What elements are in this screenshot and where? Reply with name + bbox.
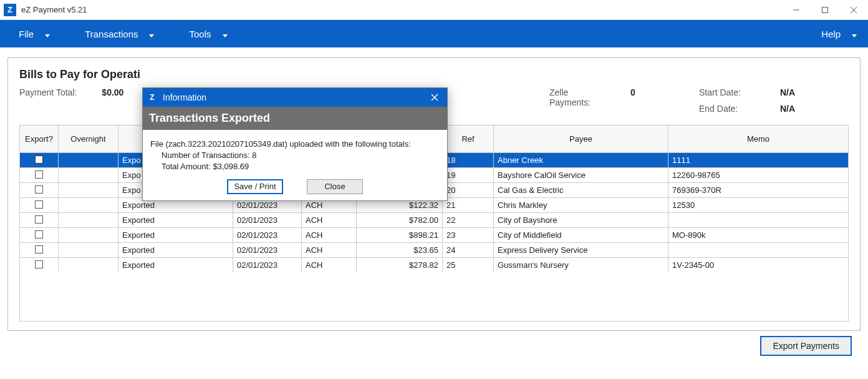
dialog-header: Transactions Exported [143,107,447,130]
status-cell[interactable]: Exported [118,228,233,243]
svg-marker-4 [45,34,50,37]
ref-cell[interactable]: 24 [443,243,494,258]
payee-cell[interactable]: Cal Gas & Electric [494,183,668,198]
dialog-title-text: Information [163,92,206,102]
ref-cell[interactable]: 21 [443,198,494,213]
col-ref[interactable]: Ref [443,126,494,153]
svg-marker-6 [223,34,228,37]
date-cell[interactable]: 02/01/2023 [233,243,302,258]
checkbox-icon[interactable] [35,185,43,194]
table-row[interactable]: Exported02/01/2023ACH$278.8225Gussman's … [20,258,849,273]
memo-cell[interactable]: 12260-98765 [668,168,849,183]
dialog-close-button[interactable] [422,88,447,107]
close-button[interactable] [839,0,868,20]
amount-cell[interactable]: $782.00 [357,213,443,228]
menu-tools[interactable]: Tools [170,20,243,47]
date-cell[interactable]: 02/01/2023 [233,228,302,243]
export-checkbox-cell[interactable] [20,168,59,183]
payee-cell[interactable]: City of Middlefield [494,228,668,243]
payee-cell[interactable]: City of Bayshore [494,213,668,228]
memo-cell[interactable] [668,243,849,258]
export-checkbox-cell[interactable] [20,258,59,273]
table-row[interactable]: Exported02/01/2023ACH$782.0022City of Ba… [20,213,849,228]
menu-transactions[interactable]: Transactions [66,20,170,47]
menu-file[interactable]: File [0,20,66,47]
export-payments-button[interactable]: Export Payments [760,336,852,356]
ref-cell[interactable]: 23 [443,228,494,243]
method-cell[interactable]: ACH [302,258,357,273]
method-cell[interactable]: ACH [302,228,357,243]
dialog-body: File (zach.3223.20210207105349.dat) uplo… [143,130,447,178]
memo-cell[interactable]: 769369-370R [668,183,849,198]
date-cell[interactable]: 02/01/2023 [233,258,302,273]
chevron-down-icon [223,29,228,39]
start-date-value: N/A [780,87,817,97]
close-dialog-button[interactable]: Close [307,179,363,194]
amount-cell[interactable]: $278.82 [357,258,443,273]
overnight-cell[interactable] [59,228,118,243]
menu-help-label: Help [821,29,841,39]
minimize-button[interactable] [782,0,811,20]
app-icon: Z [147,92,158,103]
zelle-value: 0 [630,87,668,107]
date-cell[interactable]: 02/01/2023 [233,213,302,228]
overnight-cell[interactable] [59,243,118,258]
col-overnight[interactable]: Overnight [59,126,118,153]
overnight-cell[interactable] [59,153,118,168]
checkbox-icon[interactable] [35,215,43,224]
ref-cell[interactable]: 20 [443,183,494,198]
save-print-button[interactable]: Save / Print [227,179,283,194]
checkbox-icon[interactable] [35,200,43,209]
method-cell[interactable]: ACH [302,213,357,228]
overnight-cell[interactable] [59,168,118,183]
memo-cell[interactable]: 1111 [668,153,849,168]
checkbox-icon[interactable] [35,170,43,179]
payee-cell[interactable]: Gussman's Nursery [494,258,668,273]
checkbox-icon[interactable] [35,260,43,268]
memo-cell[interactable] [668,213,849,228]
overnight-cell[interactable] [59,198,118,213]
export-checkbox-cell[interactable] [20,228,59,243]
amount-cell[interactable]: $898.21 [357,228,443,243]
export-checkbox-cell[interactable] [20,213,59,228]
export-checkbox-cell[interactable] [20,198,59,213]
ref-cell[interactable]: 22 [443,213,494,228]
export-checkbox-cell[interactable] [20,243,59,258]
app-icon: Z [4,4,16,16]
ref-cell[interactable]: 19 [443,168,494,183]
amount-cell[interactable]: $23.65 [357,243,443,258]
memo-cell[interactable]: 12530 [668,198,849,213]
payee-cell[interactable]: Chris Markley [494,198,668,213]
checkbox-icon[interactable] [35,155,43,164]
dialog-titlebar[interactable]: Z Information [143,88,447,107]
menu-help[interactable]: Help [806,20,868,47]
memo-cell[interactable]: 1V-2345-00 [668,258,849,273]
payee-cell[interactable]: Express Delivery Service [494,243,668,258]
overnight-cell[interactable] [59,183,118,198]
checkbox-icon[interactable] [35,230,43,239]
overnight-cell[interactable] [59,213,118,228]
payee-cell[interactable]: Abner Creek [494,153,668,168]
memo-cell[interactable]: MO-890k [668,228,849,243]
maximize-button[interactable] [811,0,839,20]
ref-cell[interactable]: 18 [443,153,494,168]
status-cell[interactable]: Exported [118,258,233,273]
start-date-label: Start Date: [699,87,755,97]
export-checkbox-cell[interactable] [20,183,59,198]
col-payee[interactable]: Payee [494,126,668,153]
payee-cell[interactable]: Bayshore CalOil Service [494,168,668,183]
status-cell[interactable]: Exported [118,213,233,228]
method-cell[interactable]: ACH [302,243,357,258]
ref-cell[interactable]: 25 [443,258,494,273]
table-row[interactable]: Exported02/01/2023ACH$898.2123City of Mi… [20,228,849,243]
menu-transactions-label: Transactions [85,29,138,39]
window-title: eZ Payment v5.21 [21,5,87,14]
table-row[interactable]: Exported02/01/2023ACH$23.6524Express Del… [20,243,849,258]
export-checkbox-cell[interactable] [20,153,59,168]
table-empty-area [20,272,849,321]
overnight-cell[interactable] [59,258,118,273]
status-cell[interactable]: Exported [118,243,233,258]
col-memo[interactable]: Memo [668,126,849,153]
checkbox-icon[interactable] [35,245,43,253]
col-export[interactable]: Export? [20,126,59,153]
